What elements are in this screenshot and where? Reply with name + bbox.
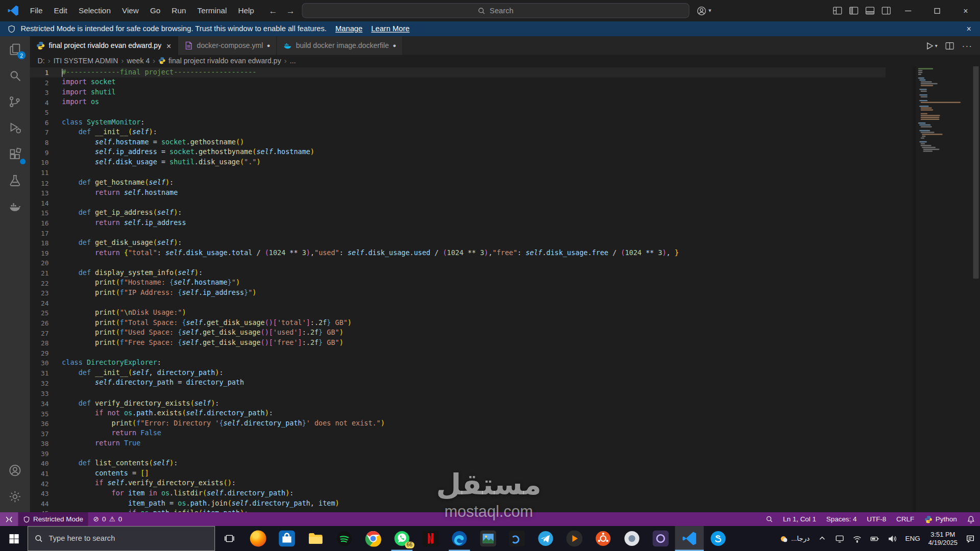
taskbar-app-spotify[interactable] — [330, 526, 359, 551]
line-number[interactable]: 27 — [30, 328, 49, 338]
taskbar-app-edge[interactable] — [445, 526, 474, 551]
code-editor[interactable]: 1#-------------final project------------… — [30, 66, 980, 512]
code-line-35[interactable]: 35 if not os.path.exists(self.directory_… — [30, 408, 886, 418]
taskbar-app-media-player[interactable] — [560, 526, 589, 551]
line-number[interactable]: 44 — [30, 498, 49, 509]
taskbar-app-screen-capture[interactable] — [646, 526, 675, 551]
status-eol[interactable]: CRLF — [891, 512, 919, 526]
line-number[interactable]: 22 — [30, 278, 49, 288]
maximize-button[interactable] — [922, 0, 951, 21]
code-line-25[interactable]: 25 print("\nDisk Usage:") — [30, 308, 886, 318]
taskbar-app-microsoft-store[interactable] — [273, 526, 301, 551]
code-line-22[interactable]: 22 print(f"Hostname: {self.hostname}") — [30, 278, 886, 288]
code-line-17[interactable]: 17 — [30, 228, 886, 238]
tab-docker-compose-yml[interactable]: docker-compose.yml● — [178, 36, 277, 55]
action-center-icon[interactable] — [966, 534, 975, 543]
line-number[interactable]: 7 — [30, 128, 49, 138]
activity-testing[interactable] — [0, 167, 30, 193]
line-number[interactable]: 37 — [30, 429, 49, 439]
notifications-bell[interactable] — [962, 512, 980, 526]
taskbar-app-telegram[interactable] — [531, 526, 560, 551]
code-line-43[interactable]: 43 for item in os.listdir(self.directory… — [30, 489, 886, 499]
clock[interactable]: 3:51 PM 4/19/2025 — [928, 530, 958, 546]
line-number[interactable]: 19 — [30, 248, 49, 258]
line-number[interactable]: 10 — [30, 158, 49, 168]
run-python-file-button[interactable]: ▾ — [925, 41, 938, 50]
restricted-mode-status[interactable]: Restricted Mode — [18, 512, 88, 526]
taskbar-app-photos[interactable] — [474, 526, 502, 551]
problems-status[interactable]: ⊘ 0 ⚠ 0 — [88, 512, 127, 526]
code-line-4[interactable]: 4import os — [30, 97, 886, 108]
code-line-7[interactable]: 7 def __init__(self): — [30, 128, 886, 138]
line-number[interactable]: 1 — [30, 67, 49, 78]
breadcrumb-item[interactable]: D: — [37, 57, 44, 64]
status-language-mode[interactable]: Python — [919, 512, 962, 526]
command-center-search[interactable]: Search — [302, 3, 689, 18]
menu-edit[interactable]: Edit — [48, 3, 72, 18]
code-line-33[interactable]: 33 — [30, 388, 886, 398]
code-line-23[interactable]: 23 print(f"IP Address: {self.ip_address}… — [30, 288, 886, 298]
line-number[interactable]: 2 — [30, 78, 49, 88]
close-button[interactable]: × — [951, 0, 980, 21]
taskbar-app-netflix[interactable] — [416, 526, 445, 551]
menu-run[interactable]: Run — [166, 3, 191, 18]
code-line-10[interactable]: 10 self.disk_usage = shutil.disk_usage("… — [30, 158, 886, 168]
tab-final-project-rivaldo-evan-edward-py[interactable]: final project rivaldo evan edward.py× — [30, 36, 178, 55]
code-line-13[interactable]: 13 return self.hostname — [30, 188, 886, 198]
taskbar-app-chrome[interactable] — [359, 526, 387, 551]
line-number[interactable]: 21 — [30, 268, 49, 278]
code-line-27[interactable]: 27 print(f"Used Space: {self.get_disk_us… — [30, 328, 886, 338]
close-tab-icon[interactable]: × — [166, 41, 171, 50]
learn-more-link[interactable]: Learn More — [371, 24, 409, 33]
line-number[interactable]: 34 — [30, 398, 49, 409]
menu-terminal[interactable]: Terminal — [191, 3, 232, 18]
task-view-button[interactable] — [215, 526, 243, 551]
code-line-14[interactable]: 14 — [30, 198, 886, 208]
taskbar-app-file-explorer[interactable] — [301, 526, 330, 551]
line-number[interactable]: 8 — [30, 138, 49, 148]
code-line-39[interactable]: 39 — [30, 448, 886, 459]
line-number[interactable]: 29 — [30, 348, 49, 358]
line-number[interactable]: 25 — [30, 308, 49, 318]
line-number[interactable]: 30 — [30, 358, 49, 368]
line-number[interactable]: 13 — [30, 188, 49, 198]
code-line-30[interactable]: 30class DirectoryExplorer: — [30, 358, 886, 368]
menu-view[interactable]: View — [116, 3, 144, 18]
code-line-16[interactable]: 16 return self.ip_address — [30, 218, 886, 228]
line-number[interactable]: 28 — [30, 338, 49, 348]
line-number[interactable]: 41 — [30, 468, 49, 479]
code-line-2[interactable]: 2import socket — [30, 78, 886, 88]
code-line-45[interactable]: 45 if os.path.isfile(item_path): — [30, 509, 886, 512]
line-number[interactable]: 39 — [30, 448, 49, 459]
line-number[interactable]: 43 — [30, 489, 49, 499]
breadcrumb-item[interactable]: ... — [290, 57, 296, 64]
taskbar-app-whatsapp[interactable]: 66 — [387, 526, 416, 551]
taskbar-app-firefox[interactable] — [244, 526, 273, 551]
line-number[interactable]: 14 — [30, 198, 49, 208]
battery-icon[interactable] — [870, 534, 879, 543]
taskbar-app-light-app[interactable] — [618, 526, 646, 551]
code-line-21[interactable]: 21 def display_system_info(self): — [30, 268, 886, 278]
taskbar-app-ubuntu[interactable] — [589, 526, 617, 551]
activity-accounts[interactable] — [0, 457, 30, 483]
modified-dot-icon[interactable]: ● — [393, 42, 396, 48]
breadcrumb-item[interactable]: final project rivaldo evan edward.py — [158, 57, 281, 64]
minimize-button[interactable] — [894, 0, 922, 21]
toggle-secondary-sidebar-icon[interactable] — [881, 6, 892, 16]
code-line-12[interactable]: 12 def get_hostname(self): — [30, 178, 886, 188]
code-line-31[interactable]: 31 def __init__(self, directory_path): — [30, 368, 886, 379]
code-line-5[interactable]: 5 — [30, 108, 886, 118]
taskbar-app-dev-tool[interactable] — [502, 526, 531, 551]
line-number[interactable]: 26 — [30, 318, 49, 328]
line-number[interactable]: 9 — [30, 147, 49, 158]
code-line-38[interactable]: 38 return True — [30, 438, 886, 448]
line-number[interactable]: 4 — [30, 97, 49, 108]
activity-extensions[interactable] — [0, 141, 30, 167]
code-line-20[interactable]: 20 — [30, 258, 886, 268]
code-line-29[interactable]: 29 — [30, 348, 886, 358]
code-line-34[interactable]: 34 def verify_directory_exists(self): — [30, 398, 886, 409]
line-number[interactable]: 20 — [30, 258, 49, 268]
code-line-26[interactable]: 26 print(f"Total Space: {self.get_disk_u… — [30, 318, 886, 328]
language-indicator[interactable]: ENG — [905, 535, 920, 542]
line-number[interactable]: 18 — [30, 238, 49, 248]
